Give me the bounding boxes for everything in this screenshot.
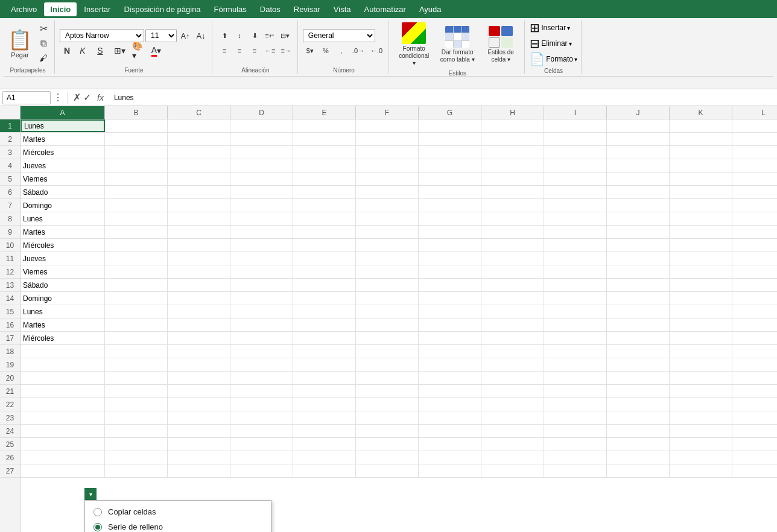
col-header-B[interactable]: B xyxy=(105,106,168,119)
cell-L8[interactable] xyxy=(732,212,777,225)
cell-D14[interactable] xyxy=(230,292,293,305)
cell-L16[interactable] xyxy=(732,318,777,331)
cell-A18[interactable] xyxy=(21,345,105,358)
format-painter-button[interactable]: 🖌 xyxy=(36,51,51,65)
cell-K22[interactable] xyxy=(670,398,732,411)
cell-F20[interactable] xyxy=(356,372,419,384)
cell-L4[interactable] xyxy=(732,159,777,172)
cell-E27[interactable] xyxy=(293,464,356,477)
cell-G18[interactable] xyxy=(419,345,481,358)
cell-H8[interactable] xyxy=(481,212,544,225)
italic-button[interactable]: K xyxy=(75,44,90,57)
menu-disposicion[interactable]: Disposición de página xyxy=(118,2,206,16)
cell-K10[interactable] xyxy=(670,239,732,252)
cell-H23[interactable] xyxy=(481,411,544,424)
cell-B17[interactable] xyxy=(105,332,168,344)
cell-D13[interactable] xyxy=(230,279,293,291)
cell-C25[interactable] xyxy=(168,438,230,451)
cell-L23[interactable] xyxy=(732,411,777,424)
cell-D9[interactable] xyxy=(230,226,293,238)
cell-F19[interactable] xyxy=(356,358,419,371)
cell-G11[interactable] xyxy=(419,252,481,265)
cell-G14[interactable] xyxy=(419,292,481,305)
cell-A1[interactable]: Lunes xyxy=(21,119,105,132)
cell-A6[interactable]: Sábado xyxy=(21,186,105,198)
cell-A4[interactable]: Jueves xyxy=(21,159,105,172)
cell-K2[interactable] xyxy=(670,133,732,145)
cell-C20[interactable] xyxy=(168,372,230,384)
decrease-font-button[interactable]: A↓ xyxy=(194,29,208,42)
cell-G10[interactable] xyxy=(419,239,481,252)
cell-H17[interactable] xyxy=(481,332,544,344)
cell-B26[interactable] xyxy=(105,451,168,464)
decrease-decimal-button[interactable]: ←.0 xyxy=(368,44,385,57)
row-num-25[interactable]: 25 xyxy=(0,438,20,451)
cell-styles-button[interactable]: Estilos de celda ▾ xyxy=(481,24,521,65)
cell-D4[interactable] xyxy=(230,159,293,172)
cell-F26[interactable] xyxy=(356,451,419,464)
cell-D2[interactable] xyxy=(230,133,293,145)
cell-C14[interactable] xyxy=(168,292,230,305)
cell-K6[interactable] xyxy=(670,186,732,198)
row-num-1[interactable]: 1 xyxy=(0,119,20,133)
cell-A2[interactable]: Martes xyxy=(21,133,105,145)
cell-B15[interactable] xyxy=(105,305,168,318)
cell-K12[interactable] xyxy=(670,265,732,278)
cell-I8[interactable] xyxy=(544,212,607,225)
cell-C6[interactable] xyxy=(168,186,230,198)
formula-fx-button[interactable]: fx xyxy=(94,93,107,103)
cell-A14[interactable]: Domingo xyxy=(21,292,105,305)
cell-L18[interactable] xyxy=(732,345,777,358)
cell-J7[interactable] xyxy=(607,199,670,212)
cell-F12[interactable] xyxy=(356,265,419,278)
cell-H19[interactable] xyxy=(481,358,544,371)
cell-I1[interactable] xyxy=(544,119,607,132)
cell-B16[interactable] xyxy=(105,318,168,331)
format-as-table-button[interactable]: Dar formato como tabla ▾ xyxy=(436,24,478,65)
cell-D21[interactable] xyxy=(230,385,293,397)
cell-G17[interactable] xyxy=(419,332,481,344)
cell-B14[interactable] xyxy=(105,292,168,305)
currency-button[interactable]: $▾ xyxy=(303,44,317,57)
cell-L2[interactable] xyxy=(732,133,777,145)
cell-J18[interactable] xyxy=(607,345,670,358)
cell-J16[interactable] xyxy=(607,318,670,331)
cell-I9[interactable] xyxy=(544,226,607,238)
menu-insertar[interactable]: Insertar xyxy=(78,2,116,16)
cell-G3[interactable] xyxy=(419,146,481,159)
cell-A22[interactable] xyxy=(21,398,105,411)
cell-I27[interactable] xyxy=(544,464,607,477)
cell-J20[interactable] xyxy=(607,372,670,384)
cell-F25[interactable] xyxy=(356,438,419,451)
cell-F1[interactable] xyxy=(356,119,419,132)
cell-A19[interactable] xyxy=(21,358,105,371)
insert-label[interactable]: Insertar xyxy=(541,24,566,32)
cell-I25[interactable] xyxy=(544,438,607,451)
cell-J13[interactable] xyxy=(607,279,670,291)
cell-J22[interactable] xyxy=(607,398,670,411)
cell-L7[interactable] xyxy=(732,199,777,212)
cell-G2[interactable] xyxy=(419,133,481,145)
cell-E23[interactable] xyxy=(293,411,356,424)
row-num-8[interactable]: 8 xyxy=(0,212,20,226)
row-num-11[interactable]: 11 xyxy=(0,252,20,265)
cell-J19[interactable] xyxy=(607,358,670,371)
cell-C13[interactable] xyxy=(168,279,230,291)
cell-K11[interactable] xyxy=(670,252,732,265)
cell-D5[interactable] xyxy=(230,173,293,185)
menu-archivo[interactable]: Archivo xyxy=(5,2,43,16)
cell-G21[interactable] xyxy=(419,385,481,397)
cell-L20[interactable] xyxy=(732,372,777,384)
cell-H13[interactable] xyxy=(481,279,544,291)
row-num-16[interactable]: 16 xyxy=(0,318,20,332)
row-num-27[interactable]: 27 xyxy=(0,464,20,478)
cell-K27[interactable] xyxy=(670,464,732,477)
cell-I3[interactable] xyxy=(544,146,607,159)
col-header-L[interactable]: L xyxy=(732,106,777,119)
cell-F13[interactable] xyxy=(356,279,419,291)
cell-A9[interactable]: Martes xyxy=(21,226,105,238)
cell-L3[interactable] xyxy=(732,146,777,159)
fill-color-button[interactable]: 🎨▾ xyxy=(130,44,147,57)
row-num-13[interactable]: 13 xyxy=(0,279,20,292)
increase-font-button[interactable]: A↑ xyxy=(178,29,192,42)
